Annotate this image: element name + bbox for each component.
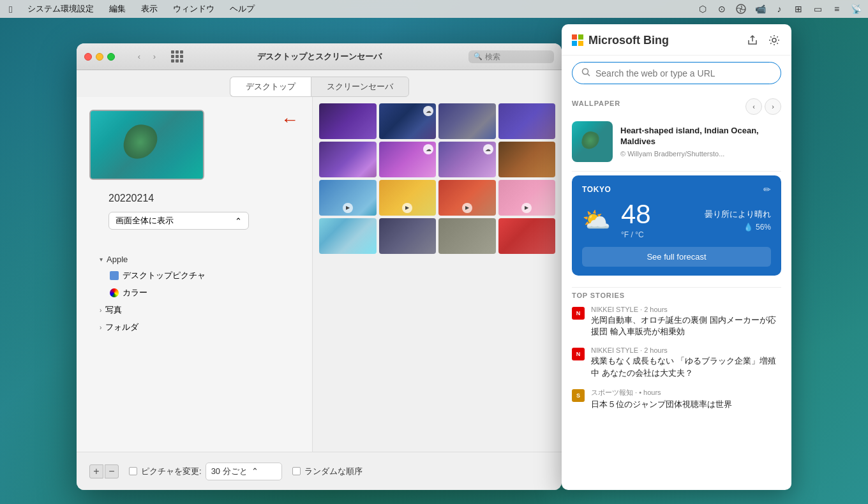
wallpaper-thumb-11[interactable]: ▶ — [438, 180, 496, 216]
svg-point-1 — [772, 38, 776, 42]
search-input[interactable] — [485, 52, 549, 61]
wallpaper-next-button[interactable]: › — [765, 98, 781, 115]
sidebar-item-folder[interactable]: › フォルダ — [92, 319, 297, 336]
news-content-1: NIKKEI STYLE · 2 hours 光岡自動車、オロチ誕生の裏側 国内… — [591, 306, 781, 337]
bing-header: Microsoft Bing — [562, 24, 791, 56]
notes-icon[interactable]: ≡ — [831, 3, 842, 15]
sidebar-item-colors[interactable]: カラー — [92, 285, 297, 301]
weather-section: TOKYO ✏ ⛅ 48 °F / °C 曇り所により晴れ 💧 56% — [572, 175, 781, 276]
creative-cloud-icon[interactable]: ⬡ — [697, 3, 708, 15]
chevron-icon-photos: › — [100, 307, 101, 314]
wallpaper-thumb-15[interactable] — [438, 218, 496, 254]
wallpaper-thumb-8[interactable] — [498, 142, 556, 177]
back-arrow[interactable]: ‹ — [133, 50, 146, 63]
maximize-button[interactable] — [107, 53, 115, 61]
display-mode-dropdown[interactable]: 画面全体に表示 ⌃ — [108, 212, 249, 230]
minimize-button[interactable] — [96, 53, 103, 61]
sidebar-item-apple[interactable]: ▾ Apple — [92, 252, 297, 267]
syspref-titlebar: ‹ › デスクトップとスクリーンセーバ 🔍 — [77, 43, 562, 70]
wallpaper-nav: ‹ › — [745, 98, 781, 115]
menu-edit[interactable]: 編集 — [107, 2, 128, 16]
add-button[interactable]: + — [89, 464, 103, 478]
news-headline-3[interactable]: 日本５位のジャンプ団体視聴率は世界 — [591, 399, 732, 410]
music-icon[interactable]: ♪ — [774, 3, 785, 15]
settings-button[interactable] — [767, 33, 781, 47]
rain-drop-icon: 💧 — [744, 223, 753, 232]
facetime-icon[interactable]: 📹 — [754, 3, 766, 15]
sidebar-item-photos[interactable]: › 写真 — [92, 302, 297, 318]
news-headline-2[interactable]: 残業もなく成長もない 「ゆるブラック企業」増殖中 あなたの会社は大丈夫？ — [591, 355, 781, 378]
nav-arrows: ‹ › — [133, 50, 161, 63]
wallpaper-thumb-10[interactable]: ▶ — [379, 180, 437, 216]
wallpaper-thumb-4[interactable] — [498, 103, 556, 139]
wallpaper-date: 20220214 — [108, 193, 154, 204]
search-box[interactable]: 🔍 — [468, 50, 554, 63]
menu-bar:  システム環境設定 編集 表示 ウィンドウ ヘルプ ⬡ ⊙ 📹 ♪ ⊞ ▭ ≡… — [0, 0, 868, 18]
change-picture-checkbox[interactable] — [129, 467, 137, 475]
menu-view[interactable]: 表示 — [138, 2, 160, 16]
wallpaper-prev-button[interactable]: ‹ — [745, 98, 762, 115]
bing-panel: Microsoft Bing — [562, 24, 791, 490]
video-badge-10: ▶ — [402, 203, 412, 213]
bing-search-menubar-icon[interactable] — [735, 3, 747, 15]
display-icon[interactable]: ▭ — [812, 3, 823, 15]
cloud-badge: ☁ — [423, 106, 433, 116]
airdrop-icon[interactable]: 📡 — [850, 3, 862, 15]
menu-window[interactable]: ウィンドウ — [170, 2, 217, 16]
bing-search-input[interactable] — [595, 68, 772, 78]
wallpaper-thumb-3[interactable] — [438, 103, 496, 139]
stacks-icon[interactable]: ⊞ — [793, 3, 804, 15]
random-order-checkbox[interactable] — [292, 467, 301, 475]
wallpaper-card: Heart-shaped island, Indian Ocean, Maldi… — [572, 121, 781, 162]
grid-view-button[interactable] — [171, 50, 184, 63]
weather-main: ⛅ 48 °F / °C 曇り所により晴れ 💧 56% — [582, 201, 771, 239]
share-button[interactable] — [745, 33, 760, 47]
bing-search-box[interactable] — [572, 62, 781, 84]
wallpaper-thumb-13[interactable] — [319, 218, 377, 254]
wallpaper-thumb-1[interactable] — [319, 103, 377, 139]
forward-arrow[interactable]: › — [148, 50, 161, 63]
wallpaper-thumb-5[interactable] — [319, 142, 377, 177]
weather-city: TOKYO — [582, 185, 611, 194]
remove-button[interactable]: − — [105, 464, 119, 478]
dropdown-arrow-icon: ⌃ — [251, 466, 258, 476]
edit-location-button[interactable]: ✏ — [763, 184, 771, 195]
window-title: デスクトップとスクリーンセーバ — [257, 51, 382, 63]
wallpaper-thumb-7[interactable]: ☁ — [438, 142, 496, 177]
tab-screensaver[interactable]: スクリーンセーバ — [311, 77, 409, 97]
island-decoration — [121, 121, 161, 163]
news-item-2: N NIKKEI STYLE · 2 hours 残業もなく成長もない 「ゆるブ… — [572, 346, 781, 378]
video-badge-12: ▶ — [521, 203, 532, 213]
video-badge-9: ▶ — [343, 203, 353, 213]
tab-desktop[interactable]: デスクトップ — [230, 77, 311, 97]
wallpaper-thumb-12[interactable]: ▶ — [498, 180, 556, 216]
wallpaper-thumb-6[interactable]: ☁ — [379, 142, 437, 177]
sidebar-item-desktop-pictures[interactable]: デスクトップピクチャ — [92, 267, 297, 284]
wallpaper-thumb-14[interactable] — [379, 218, 437, 254]
random-order-row: ランダムな順序 — [292, 466, 363, 477]
menu-help[interactable]: ヘルプ — [227, 2, 257, 16]
weather-condition-icon: ⛅ — [582, 207, 611, 233]
sidebar-folder-label: フォルダ — [105, 322, 138, 333]
iphone-icon[interactable]: ⊙ — [716, 3, 728, 15]
menu-system-preferences[interactable]: システム環境設定 — [25, 2, 96, 16]
close-button[interactable] — [84, 53, 92, 61]
wallpaper-credit: © Willyam Bradberry/Shuttersto... — [620, 150, 781, 158]
wallpaper-info: Heart-shaped island, Indian Ocean, Maldi… — [620, 126, 781, 158]
sidebar-desktop-pictures-label: デスクトップピクチャ — [123, 270, 206, 281]
change-picture-label: ピクチャを変更: — [141, 466, 202, 477]
news-headline-1[interactable]: 光岡自動車、オロチ誕生の裏側 国内メーカーが応援団 輸入車販売が相乗効 — [591, 315, 781, 337]
sidebar-section-apple: ▾ Apple デスクトップピクチャ カラー › 写真 — [89, 249, 299, 339]
tabs-bar: デスクトップ スクリーンセーバ — [77, 70, 562, 97]
interval-dropdown[interactable]: 30 分ごと ⌃ — [206, 463, 282, 480]
color-wheel-icon — [110, 288, 119, 297]
weather-unit: °F / °C — [621, 230, 651, 239]
wallpaper-thumb-9[interactable]: ▶ — [319, 180, 377, 216]
bing-wallpaper-thumbnail[interactable] — [572, 121, 613, 162]
apple-menu[interactable]:  — [6, 3, 15, 16]
wallpaper-thumb-16[interactable] — [498, 218, 556, 254]
menu-bar-right: ⬡ ⊙ 📹 ♪ ⊞ ▭ ≡ 📡 — [697, 3, 862, 15]
chevron-icon: ▾ — [100, 256, 103, 263]
wallpaper-thumb-2[interactable]: ☁ — [379, 103, 437, 139]
forecast-button[interactable]: See full forecast — [582, 247, 771, 267]
